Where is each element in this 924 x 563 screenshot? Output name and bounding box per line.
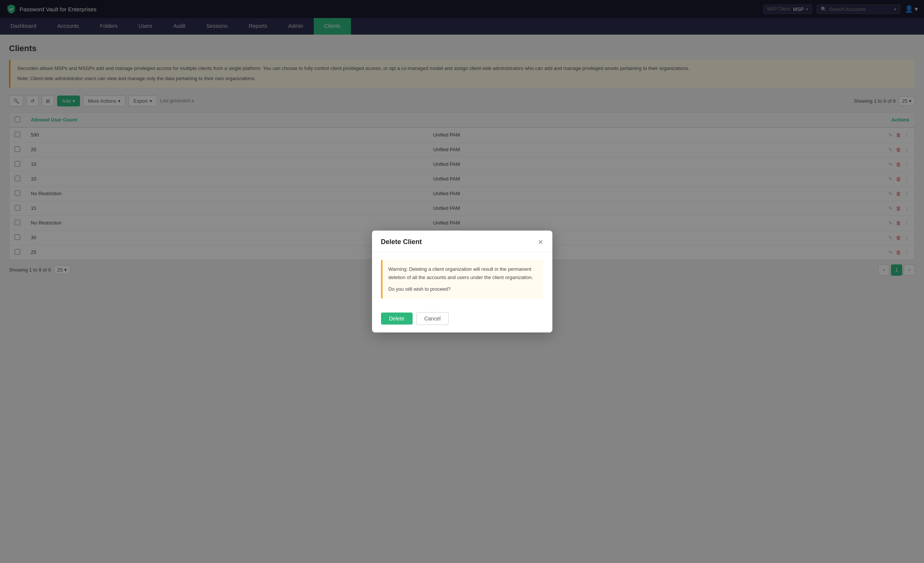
warning-box: Warning: Deleting a client organization … bbox=[381, 260, 543, 298]
cancel-button[interactable]: Cancel bbox=[416, 312, 449, 325]
modal-title: Delete Client bbox=[381, 238, 422, 246]
modal-header: Delete Client ✕ bbox=[372, 231, 552, 252]
modal-overlay[interactable]: Delete Client ✕ Warning: Deleting a clie… bbox=[0, 0, 924, 563]
warning-text: Warning: Deleting a client organization … bbox=[389, 265, 537, 281]
modal-footer: Delete Cancel bbox=[372, 306, 552, 332]
confirm-text: Do you still wish to proceed? bbox=[389, 285, 537, 293]
modal-close-button[interactable]: ✕ bbox=[538, 239, 543, 246]
delete-button[interactable]: Delete bbox=[381, 313, 413, 325]
modal-body: Warning: Deleting a client organization … bbox=[372, 252, 552, 306]
delete-client-modal: Delete Client ✕ Warning: Deleting a clie… bbox=[372, 231, 552, 332]
